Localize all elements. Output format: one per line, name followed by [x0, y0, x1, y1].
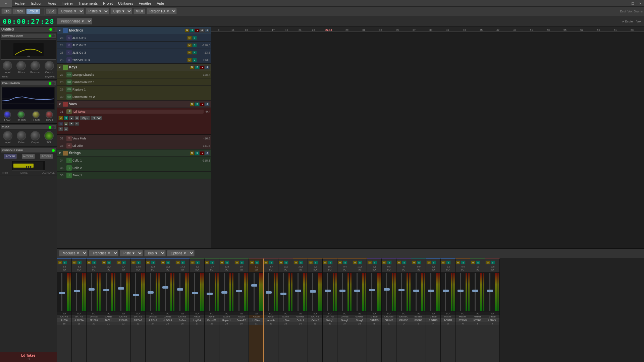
ch-37-fader-track[interactable] — [342, 273, 343, 311]
ch-32-solo[interactable]: S — [269, 260, 274, 264]
t31-clips[interactable]: Clips — [80, 116, 90, 120]
menu-edition[interactable]: Edition — [29, 1, 45, 5]
ch-E-label[interactable]: BSSBS — [411, 318, 426, 322]
ch-29-fader-track[interactable] — [224, 273, 225, 311]
timeline-ruler[interactable]: 9 11 13 15 17 19 21 23 27,13 29 31 33 35… — [211, 27, 644, 33]
electrics-mute2[interactable]: ⊕ — [200, 28, 205, 33]
electrics-solo[interactable]: S — [190, 28, 195, 33]
ch-B-fader-handle[interactable] — [369, 289, 375, 291]
ch-C-mute[interactable]: M — [382, 260, 387, 264]
ch-C-label[interactable]: DRUMS — [382, 318, 396, 322]
tube-drive-knob[interactable] — [17, 131, 26, 140]
t26-s[interactable]: S — [192, 58, 197, 62]
t24-m[interactable]: M — [187, 43, 192, 47]
track-33-name[interactable]: Ld Dble — [72, 144, 197, 147]
ch-28-solo[interactable]: S — [210, 260, 215, 264]
eq-high-knob[interactable] — [46, 111, 53, 118]
track-24-name[interactable]: JL E Gtr 2 — [72, 44, 186, 47]
ch-36-label[interactable]: String1 — [323, 318, 337, 322]
ch-37-fader-handle[interactable] — [339, 290, 345, 292]
ch-36-fader-track[interactable] — [327, 273, 328, 311]
ch-B-mute[interactable]: M — [367, 260, 372, 264]
proch-btn[interactable]: ProCh — [26, 8, 40, 14]
ch-30-fader-handle[interactable] — [236, 290, 242, 292]
menu-aide[interactable]: Aide — [154, 1, 167, 5]
ch-24-fader-handle[interactable] — [148, 291, 154, 294]
eq-ldmid-knob[interactable] — [17, 111, 25, 118]
ch-20-fader-track[interactable] — [91, 273, 92, 311]
ch-24-label[interactable]: JLEGtr2 — [146, 318, 160, 322]
vocs-mute[interactable]: M — [190, 102, 195, 106]
ch-26-mute[interactable]: M — [175, 260, 180, 264]
ch-C-fader-track[interactable] — [386, 273, 387, 311]
menu-projet[interactable]: Projet — [100, 1, 115, 5]
bus-dropdown[interactable]: Bus ▼ — [144, 250, 166, 256]
track-32-name[interactable]: Vocs Mids — [72, 137, 197, 140]
ch-G-fader-handle[interactable] — [443, 290, 449, 292]
ch-34-label[interactable]: Cello 1 — [293, 318, 308, 322]
ch-E-fader-track[interactable] — [416, 273, 417, 311]
ch-G-fader-track[interactable] — [445, 273, 446, 311]
ch-38-fader-handle[interactable] — [354, 290, 360, 292]
t31-s[interactable]: S — [64, 116, 68, 120]
track-28-name[interactable]: Dimension Pro 1 — [72, 80, 197, 84]
track-31-name-field[interactable]: Ld Takes — [72, 110, 204, 114]
ch-28-mute[interactable]: M — [205, 260, 210, 264]
track-25-name[interactable]: JL E Gtr 3 — [72, 51, 186, 54]
ch-30-label[interactable]: DmnsP2 — [234, 318, 249, 322]
group-electrics[interactable]: ▼ Electrics M S ● ⊕ A — [57, 27, 211, 34]
ch-J-solo[interactable]: S — [490, 260, 495, 264]
ch-29-fader-handle[interactable] — [221, 291, 227, 294]
ch-19-fader-handle[interactable] — [74, 290, 80, 292]
ch-23-fader-handle[interactable] — [133, 294, 139, 296]
ch-18-fader-handle[interactable] — [59, 292, 65, 294]
ch-G-mute[interactable]: M — [441, 260, 446, 264]
ch-24-fader-track[interactable] — [150, 273, 151, 311]
ch-H-label[interactable]: STRNG — [455, 318, 470, 322]
ch-26-fader-handle[interactable] — [177, 288, 183, 291]
ch-19-fader-track[interactable] — [76, 273, 77, 311]
ch-30-mute[interactable]: M — [234, 260, 239, 264]
ch-J-mute[interactable]: M — [485, 260, 490, 264]
ch-27-fader-handle[interactable] — [192, 292, 198, 294]
t31-r2[interactable]: R — [58, 127, 63, 131]
ch-26-solo[interactable]: S — [180, 260, 185, 264]
keys-solo[interactable]: S — [195, 65, 200, 69]
ch-38-label[interactable]: String3 — [352, 318, 367, 322]
ch-F-fader-handle[interactable] — [428, 290, 434, 292]
ch-D-mute[interactable]: M — [397, 260, 401, 264]
ch-22-fader-track[interactable] — [120, 273, 121, 311]
ch-38-fader-track[interactable] — [357, 273, 358, 311]
strings-solo[interactable]: S — [195, 151, 200, 155]
ch-F-mute[interactable]: M — [426, 260, 431, 264]
eq-low-knob[interactable] — [4, 111, 11, 118]
ch-33-fader-handle[interactable] — [280, 293, 286, 295]
compressor-attack-knob[interactable] — [16, 61, 26, 70]
ch-H-mute[interactable]: M — [456, 260, 461, 264]
track-btn[interactable]: Track — [12, 8, 25, 14]
ch-18-label[interactable]: A1000 — [57, 318, 71, 322]
ch-21-solo[interactable]: S — [107, 260, 111, 264]
ch-23-fader-track[interactable] — [135, 273, 136, 311]
track-36-name[interactable]: String1 — [72, 174, 197, 177]
ch-32-fader-handle[interactable] — [266, 291, 272, 294]
ch-D-fader-track[interactable] — [401, 273, 402, 311]
ch-I-fader-handle[interactable] — [472, 290, 478, 292]
midi-btn[interactable]: MIDI — [133, 8, 145, 14]
ch-21-mute[interactable]: M — [102, 260, 106, 264]
electrics-a[interactable]: A — [205, 28, 210, 33]
ch-H-solo[interactable]: S — [461, 260, 466, 264]
ch-18-fader-track[interactable] — [61, 273, 62, 311]
ch-31-label[interactable]: LdTaks — [249, 318, 263, 322]
ch-21-label[interactable]: 1073 b — [101, 318, 116, 322]
t31-w2[interactable]: W — [64, 127, 68, 131]
ch-25-fader-handle[interactable] — [162, 286, 168, 289]
track-34-name[interactable]: Cello 1 — [72, 159, 197, 162]
ch-34-mute[interactable]: M — [293, 260, 298, 264]
t31-envelope[interactable]: ∿ — [74, 122, 79, 126]
maximize-btn[interactable]: □ — [629, 1, 637, 5]
ch-27-solo[interactable]: S — [195, 260, 200, 264]
ch-32-label[interactable]: VcsMds — [264, 318, 278, 322]
region-fx-dropdown[interactable]: Region FX ▼ — [147, 8, 177, 14]
electrics-record[interactable]: ● — [195, 28, 200, 33]
